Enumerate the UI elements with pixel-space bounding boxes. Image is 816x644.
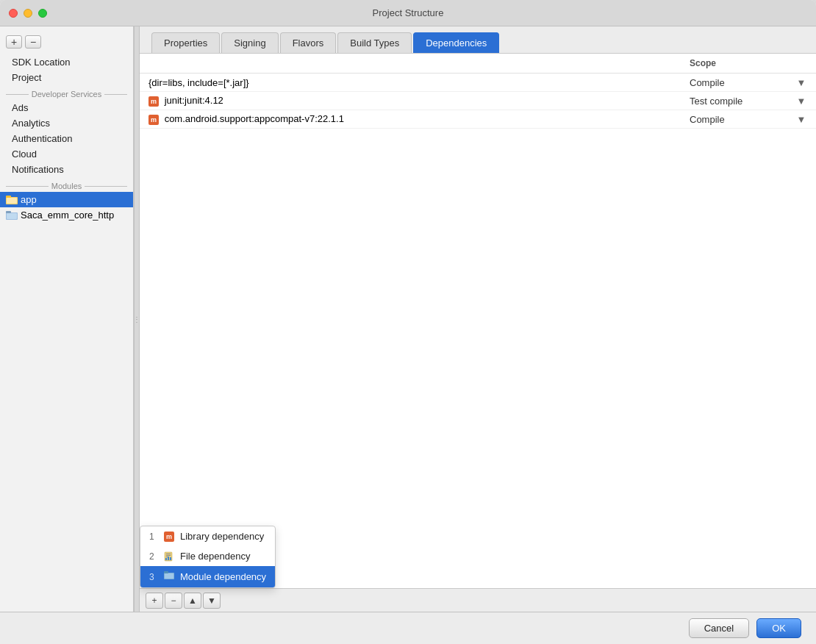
svg-rect-12 xyxy=(168,557,169,560)
tab-signing[interactable]: Signing xyxy=(221,32,278,53)
module-icon: m xyxy=(148,115,159,125)
dep-name-jar: {dir=libs, include=[*.jar]} xyxy=(148,77,690,88)
tab-flavors[interactable]: Flavors xyxy=(280,32,337,53)
table-row: m junit:junit:4.12 Test compile ▼ xyxy=(140,92,816,110)
svg-rect-15 xyxy=(164,571,168,573)
titlebar: Project Structure xyxy=(0,0,816,26)
move-down-button[interactable]: ▼ xyxy=(203,593,221,609)
traffic-lights xyxy=(9,9,47,18)
sidebar-item-saca[interactable]: Saca_emm_core_http xyxy=(0,207,133,223)
sidebar-item-analytics[interactable]: Analytics xyxy=(0,115,133,131)
svg-rect-9 xyxy=(166,555,171,556)
saca-folder-icon xyxy=(6,210,18,220)
svg-rect-6 xyxy=(7,213,17,219)
tab-build-types[interactable]: Build Types xyxy=(337,32,412,53)
dep-scope-jar: Compile ▼ xyxy=(690,76,807,88)
sidebar-item-authentication[interactable]: Authentication xyxy=(0,131,133,146)
sidebar-item-app[interactable]: app xyxy=(0,192,133,207)
library-icon: m xyxy=(164,532,174,542)
dropdown-item-file[interactable]: 2 xyxy=(140,546,275,566)
svg-rect-13 xyxy=(170,557,171,560)
module-dep-icon xyxy=(164,570,174,583)
dep-scope-appcompat: Compile ▼ xyxy=(690,113,807,125)
tab-dependencies[interactable]: Dependencies xyxy=(413,32,499,53)
maximize-button[interactable] xyxy=(38,9,47,18)
table-header: Scope xyxy=(140,54,816,74)
scope-column-header: Scope xyxy=(690,58,807,68)
file-icon xyxy=(164,551,174,562)
dep-name-junit: m junit:junit:4.12 xyxy=(148,95,690,107)
remove-dependency-button[interactable]: − xyxy=(165,593,182,609)
tab-bar: Properties Signing Flavors Build Types D… xyxy=(140,26,816,54)
dep-name-appcompat: m com.android.support:appcompat-v7:22.1.… xyxy=(148,113,690,125)
add-dependency-dropdown: 1 m Library dependency 2 xyxy=(140,526,276,588)
svg-rect-16 xyxy=(165,573,173,579)
sidebar-item-cloud[interactable]: Cloud xyxy=(0,146,133,162)
sidebar-item-ads[interactable]: Ads xyxy=(0,100,133,115)
svg-rect-3 xyxy=(7,198,17,204)
developer-services-header: Developer Services xyxy=(0,85,133,100)
sidebar-item-notifications[interactable]: Notifications xyxy=(0,162,133,177)
svg-rect-8 xyxy=(166,554,171,554)
app-folder-icon xyxy=(6,195,18,204)
sidebar: + − SDK Location Project Developer Servi… xyxy=(0,26,134,612)
content-area: Scope {dir=libs, include=[*.jar]} Compil… xyxy=(140,54,816,612)
scope-dropdown-junit[interactable]: ▼ xyxy=(795,95,807,107)
sidebar-item-project[interactable]: Project xyxy=(0,70,133,85)
sidebar-toolbar: + − xyxy=(0,32,133,54)
minimize-button[interactable] xyxy=(24,9,32,18)
scope-dropdown-jar[interactable]: ▼ xyxy=(795,76,807,88)
sidebar-item-sdk-location[interactable]: SDK Location xyxy=(0,54,133,70)
dep-scope-junit: Test compile ▼ xyxy=(690,95,807,107)
module-icon: m xyxy=(148,96,159,107)
resize-handle[interactable]: ⋮ xyxy=(134,26,140,612)
table-row: {dir=libs, include=[*.jar]} Compile ▼ xyxy=(140,74,816,92)
svg-rect-5 xyxy=(6,211,11,213)
scope-dropdown-appcompat[interactable]: ▼ xyxy=(795,113,807,125)
table-row: m com.android.support:appcompat-v7:22.1.… xyxy=(140,110,816,129)
right-panel: Properties Signing Flavors Build Types D… xyxy=(140,26,816,612)
bottom-bar: Cancel OK xyxy=(0,612,816,644)
add-dependency-button[interactable]: + xyxy=(146,593,163,609)
dependencies-table: Scope {dir=libs, include=[*.jar]} Compil… xyxy=(140,54,816,588)
sidebar-remove-button[interactable]: − xyxy=(25,35,41,49)
tab-properties[interactable]: Properties xyxy=(151,32,220,53)
dropdown-item-library[interactable]: 1 m Library dependency xyxy=(140,526,275,546)
content-toolbar: 1 m Library dependency 2 xyxy=(140,588,816,612)
modules-header: Modules xyxy=(0,177,133,192)
cancel-button[interactable]: Cancel xyxy=(689,618,749,638)
ok-button[interactable]: OK xyxy=(756,618,801,638)
move-up-button[interactable]: ▲ xyxy=(184,593,201,609)
main-content: + − SDK Location Project Developer Servi… xyxy=(0,26,816,612)
svg-rect-1 xyxy=(6,196,11,198)
dropdown-item-module[interactable]: 3 Module dependency xyxy=(140,566,275,587)
project-structure-window: Project Structure + − SDK Location Proje… xyxy=(0,0,816,644)
svg-rect-11 xyxy=(165,558,167,560)
window-title: Project Structure xyxy=(373,7,444,18)
sidebar-add-button[interactable]: + xyxy=(6,35,22,49)
close-button[interactable] xyxy=(9,9,18,18)
